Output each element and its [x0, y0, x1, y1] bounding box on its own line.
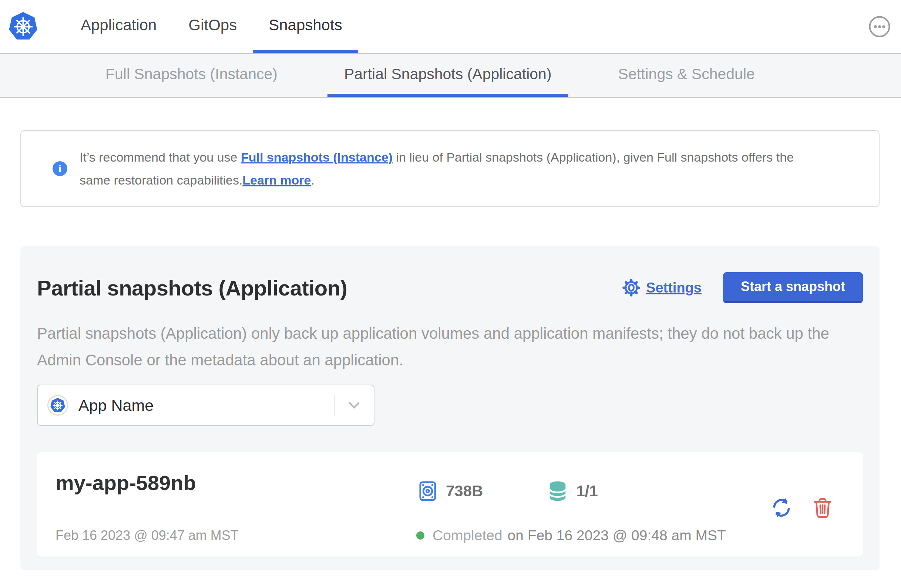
snapshot-actions — [769, 495, 833, 520]
info-banner-text: It’s recommend that you use Full snapsho… — [80, 146, 827, 191]
trash-icon — [812, 496, 833, 519]
app-name-selected-value: App Name — [78, 397, 154, 415]
nav-item-gitops[interactable]: GitOps — [172, 0, 253, 53]
status-dot-icon — [416, 531, 424, 540]
dropdown-control — [334, 385, 374, 425]
snapshot-status: Completed — [433, 527, 502, 544]
app-name-dropdown[interactable]: App Name — [37, 384, 374, 426]
nav-item-snapshots[interactable]: Snapshots — [253, 0, 358, 53]
snapshot-meta-row: 738B 1/1 — [416, 479, 726, 503]
kubernetes-app-icon — [47, 395, 68, 416]
snapshot-volume-count: 1/1 — [576, 482, 598, 500]
chevron-down-icon[interactable] — [335, 385, 374, 425]
snapshot-row: my-app-589nb Feb 16 2023 @ 09:47 am MST — [37, 452, 863, 557]
restore-snapshot-button[interactable] — [769, 495, 794, 520]
snapshot-identity: my-app-589nb Feb 16 2023 @ 09:47 am MST — [56, 452, 416, 557]
admin-console-screen: Application GitOps Snapshots Full Snapsh… — [0, 0, 901, 588]
restore-icon — [769, 495, 794, 520]
info-icon: i — [53, 161, 67, 176]
tab-settings-schedule[interactable]: Settings & Schedule — [602, 54, 772, 97]
kubernetes-logo-icon — [8, 11, 39, 42]
learn-more-link[interactable]: Learn more — [242, 173, 311, 187]
main-nav: Application GitOps Snapshots — [65, 0, 358, 53]
settings-link-label: Settings — [646, 280, 701, 296]
disk-size-icon — [416, 480, 439, 502]
info-banner: i It’s recommend that you use Full snaps… — [20, 130, 879, 207]
snapshot-status-row: Completed on Feb 16 2023 @ 09:48 am MST — [416, 527, 726, 544]
panel-header: Partial snapshots (Application) — [37, 272, 863, 303]
snapshot-settings-link[interactable]: Settings — [622, 278, 701, 297]
snapshot-name: my-app-589nb — [56, 471, 416, 495]
gear-icon — [622, 278, 641, 297]
panel-title: Partial snapshots (Application) — [37, 275, 348, 300]
snapshot-completed-timestamp: on Feb 16 2023 @ 09:48 am MST — [508, 527, 726, 544]
tab-full-snapshots-instance[interactable]: Full Snapshots (Instance) — [89, 54, 294, 97]
snapshot-size: 738B — [446, 482, 483, 500]
panel-description: Partial snapshots (Application) only bac… — [37, 320, 832, 373]
tab-partial-snapshots-application[interactable]: Partial Snapshots (Application) — [327, 54, 568, 97]
page-content: i It’s recommend that you use Full snaps… — [0, 130, 901, 570]
panel-header-actions: Settings Start a snapshot — [622, 272, 863, 303]
snapshot-details: 738B 1/1 Completed on Feb 16 2023 @ 09:4… — [416, 452, 726, 557]
snapshots-subnav: Full Snapshots (Instance) Partial Snapsh… — [0, 53, 901, 98]
volumes-icon — [546, 479, 569, 503]
ellipsis-menu-icon[interactable] — [868, 16, 891, 38]
delete-snapshot-button[interactable] — [812, 496, 833, 519]
start-snapshot-button[interactable]: Start a snapshot — [723, 272, 863, 303]
nav-item-application[interactable]: Application — [65, 0, 172, 53]
full-snapshots-link[interactable]: Full snapshots (Instance) — [241, 150, 393, 164]
banner-text-end: . — [311, 173, 315, 187]
partial-snapshots-panel: Partial snapshots (Application) — [20, 246, 879, 570]
snapshot-started-timestamp: Feb 16 2023 @ 09:47 am MST — [56, 527, 416, 544]
banner-text-start: It’s recommend that you use — [80, 150, 241, 164]
top-navigation-bar: Application GitOps Snapshots — [0, 0, 901, 53]
